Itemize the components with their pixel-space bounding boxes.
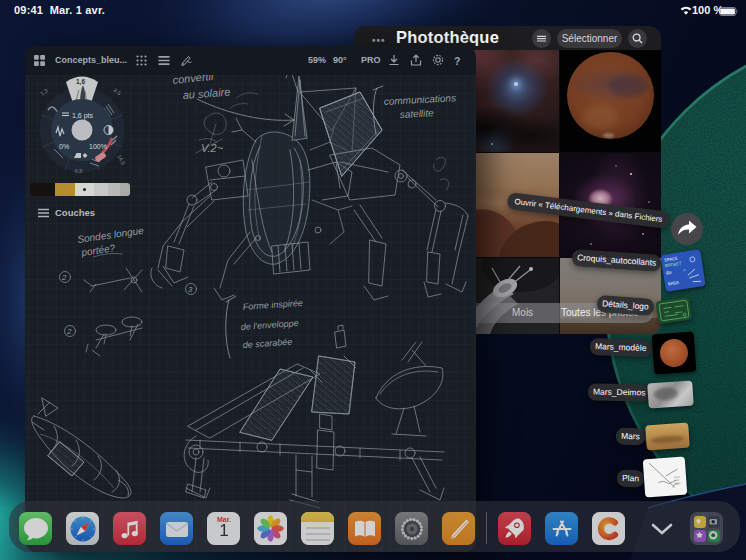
svg-text:6,8: 6,8: [75, 167, 83, 174]
svg-text:NASA: NASA: [668, 280, 680, 287]
svg-text:satellite: satellite: [400, 107, 435, 120]
svg-text:1,3: 1,3: [39, 87, 49, 96]
svg-text:1,6: 1,6: [76, 78, 85, 86]
svg-text:1,6 pts: 1,6 pts: [72, 112, 94, 120]
svg-text:2: 2: [61, 273, 67, 282]
svg-text:≈: ≈: [683, 268, 687, 273]
svg-text:14,5: 14,5: [116, 154, 126, 166]
svg-text:R≡: R≡: [666, 270, 672, 276]
svg-text:ROCKET: ROCKET: [665, 261, 682, 269]
svg-text:3: 3: [188, 285, 193, 294]
svg-text:8,5: 8,5: [112, 87, 122, 96]
svg-text:100%: 100%: [89, 143, 107, 150]
svg-text:2: 2: [66, 327, 72, 336]
svg-text:0%: 0%: [59, 143, 69, 150]
svg-text:V.2~: V.2~: [201, 142, 224, 154]
